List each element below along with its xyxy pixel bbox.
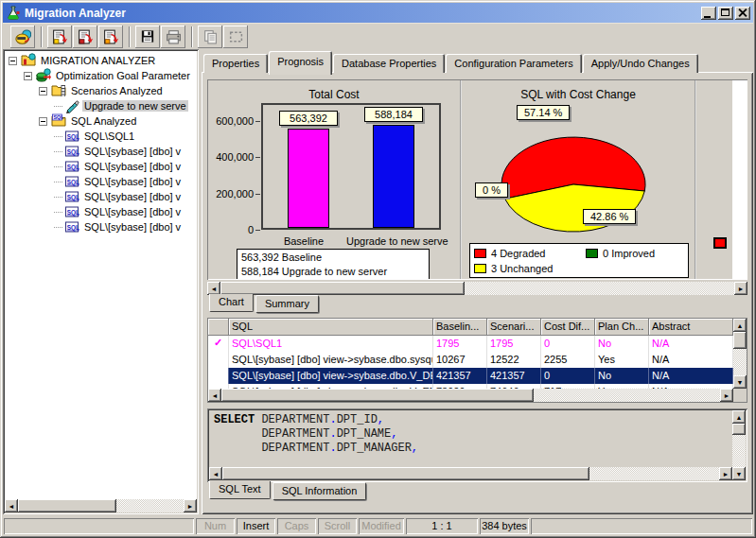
export-query-button[interactable] — [98, 26, 123, 48]
scrollbar-thumb[interactable] — [222, 467, 589, 480]
scroll-left-icon[interactable]: ◄ — [5, 499, 18, 512]
collapse-toggle-icon[interactable] — [24, 72, 32, 80]
collapse-toggle-icon[interactable] — [39, 87, 47, 95]
sql-vertical-scrollbar[interactable]: ▲ ▼ — [732, 410, 746, 480]
tree-item-sql-sybase[interactable]: SQL\[sybase] [dbo] v — [5, 159, 197, 174]
copy-button[interactable] — [198, 26, 222, 48]
export-report-button[interactable] — [47, 26, 72, 48]
close-button[interactable] — [735, 7, 750, 20]
tab-prognosis[interactable]: Prognosis — [269, 51, 332, 75]
tree-horizontal-scrollbar[interactable]: ◄ ► — [5, 499, 197, 512]
detail-panel: Properties Prognosis Database Properties… — [202, 49, 753, 514]
sql-text-content[interactable]: SELECT DEPARTMENT.DPT_ID, DEPARTMENT.DPT… — [209, 410, 732, 467]
tab-database-properties[interactable]: Database Properties — [333, 54, 445, 73]
column-header-abstract[interactable]: Abstract — [649, 319, 733, 336]
tree-item-sql-sybase[interactable]: SQL\[sybase] [dbo] v — [5, 219, 197, 234]
scroll-up-icon[interactable]: ▲ — [732, 410, 746, 424]
cell-baseline: 421357 — [433, 368, 487, 384]
scenario-bar[interactable] — [373, 125, 414, 228]
tab-sql-information[interactable]: SQL Information — [273, 482, 367, 500]
tab-summary[interactable]: Summary — [255, 295, 319, 313]
tab-label: Summary — [265, 298, 309, 309]
sql-line: DEPARTMENT.DPT_MANAGER, — [214, 442, 730, 456]
scrollbar-thumb[interactable] — [220, 282, 465, 295]
tab-configuration-parameters[interactable]: Configuration Parameters — [446, 54, 581, 73]
toolbar-separator — [129, 26, 131, 47]
cell-cost-diff: 2255 — [541, 352, 595, 368]
tab-label: Prognosis — [277, 56, 324, 67]
scroll-down-icon[interactable]: ▼ — [732, 467, 746, 480]
tree-item-sql-analyzed[interactable]: SQL Analyzed — [5, 113, 197, 129]
column-header-sql[interactable]: SQL — [229, 319, 433, 336]
export-word-button[interactable] — [73, 26, 97, 48]
scrollbar-thumb[interactable] — [732, 424, 746, 435]
toolbar-separator — [41, 26, 43, 47]
chart-horizontal-scrollbar[interactable]: ◄ ► — [207, 282, 747, 295]
collapse-toggle-icon[interactable] — [39, 117, 47, 126]
tree-item-upgrade-scenario[interactable]: Upgrade to new serve — [5, 98, 197, 113]
tree-item-sql-sybase[interactable]: SQL\[sybase] [dbo] v — [5, 144, 197, 159]
save-button[interactable] — [135, 26, 160, 48]
export-word-icon — [77, 28, 94, 44]
table-row[interactable]: ✓ SQL\SQL1 1795 1795 0 No N/A — [208, 336, 733, 352]
scroll-right-icon[interactable]: ► — [719, 467, 732, 480]
cell-scenario: 1795 — [487, 336, 541, 352]
tree-item-sql-sybase[interactable]: SQL\[sybase] [dbo] v — [5, 174, 197, 189]
baseline-bar[interactable] — [288, 129, 329, 228]
tab-sql-text[interactable]: SQL Text — [209, 481, 271, 499]
tab-apply-undo-changes[interactable]: Apply/Undo Changes — [583, 54, 698, 73]
scrollbar-thumb[interactable] — [221, 389, 534, 402]
grid-horizontal-scrollbar[interactable]: ◄ ► — [208, 389, 733, 402]
copy-icon — [202, 28, 219, 44]
sql-text-view: SELECT DEPARTMENT.DPT_ID, DEPARTMENT.DPT… — [207, 408, 747, 482]
scroll-right-icon[interactable]: ► — [720, 389, 733, 402]
analyzer-button[interactable] — [10, 26, 35, 48]
scroll-left-icon[interactable]: ◄ — [209, 467, 222, 480]
tree-item-sql-sybase[interactable]: SQL\[sybase] [dbo] v — [5, 189, 197, 204]
scroll-left-icon[interactable]: ◄ — [207, 282, 220, 295]
table-row[interactable]: SQL\[sybase] [dbo] view->sybase.dbo.sysq… — [208, 352, 733, 368]
bar-chart-legend: 563,392 Baseline 588,184 Upgrade to new … — [237, 249, 430, 279]
scroll-right-icon[interactable]: ► — [734, 282, 747, 295]
tab-label: Database Properties — [342, 58, 436, 69]
tree-item-sql-sybase[interactable]: SQL\[sybase] [dbo] v — [5, 204, 197, 219]
cell-scenario: 12522 — [487, 352, 541, 368]
column-header-scenario[interactable]: Scenari... — [487, 319, 541, 336]
cell-plan-change: No — [595, 336, 649, 352]
titlebar[interactable]: Migration Analyzer — [3, 3, 753, 23]
scroll-up-icon[interactable]: ▲ — [733, 319, 747, 332]
checkmark-icon[interactable] — [208, 352, 229, 368]
y-tick-label: 200,000 — [216, 188, 254, 200]
print-button[interactable] — [161, 26, 185, 48]
tab-properties[interactable]: Properties — [203, 54, 268, 73]
export-report-icon — [51, 28, 68, 44]
tree-item-migration-analyzer[interactable]: MIGRATION ANALYZER — [5, 53, 197, 68]
sql-doc-icon — [64, 174, 79, 189]
select-region-button[interactable] — [223, 26, 248, 48]
table-row-selected[interactable]: ✓ SQL\[sybase] [dbo] view->sybase.dbo.V_… — [208, 368, 733, 384]
maximize-button[interactable] — [718, 7, 733, 20]
sql-horizontal-scrollbar[interactable]: ◄ ► — [209, 467, 732, 480]
checkmark-icon[interactable]: ✓ — [208, 368, 229, 384]
scroll-right-icon[interactable]: ► — [184, 499, 197, 512]
column-header-baseline[interactable]: Baselin... — [433, 319, 487, 336]
scroll-left-icon[interactable]: ◄ — [208, 389, 221, 402]
legend-line: 588,184 Upgrade to new server — [241, 265, 425, 279]
baseline-value-label: 563,392 — [279, 111, 338, 126]
scrollbar-thumb[interactable] — [733, 332, 747, 349]
column-header-cost-diff[interactable]: Cost Dif... — [541, 319, 595, 336]
collapse-toggle-icon[interactable] — [9, 57, 17, 65]
tree-item-scenarios-analyzed[interactable]: Scenarios Analyzed — [5, 83, 197, 98]
pie-chart[interactable] — [462, 103, 694, 243]
grid-vertical-scrollbar[interactable]: ▲ ▼ — [733, 319, 747, 402]
scroll-down-icon[interactable]: ▼ — [733, 375, 747, 389]
tab-chart[interactable]: Chart — [209, 294, 254, 312]
tree-item-sql1[interactable]: SQL\SQL1 — [5, 129, 197, 144]
checkmark-icon[interactable]: ✓ — [208, 336, 229, 352]
scrollbar-thumb[interactable] — [18, 499, 116, 512]
tree-item-optimization-goal[interactable]: Optimization Goal Parameter — [5, 68, 197, 83]
column-header-check[interactable] — [208, 319, 229, 336]
column-header-plan-change[interactable]: Plan Ch... — [595, 319, 649, 336]
tree-item-label: MIGRATION ANALYZER — [39, 55, 157, 66]
minimize-button[interactable] — [701, 7, 716, 20]
